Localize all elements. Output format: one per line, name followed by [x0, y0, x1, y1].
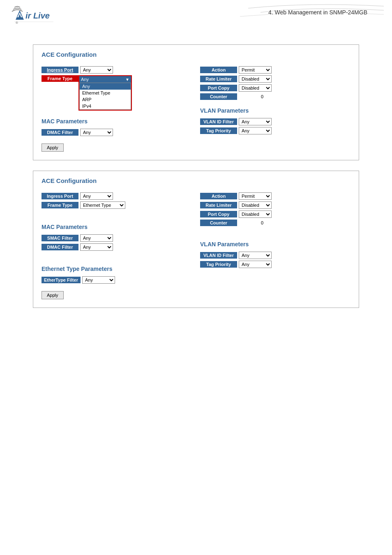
mac-parameters-header-2: MAC Parameters [42, 224, 192, 230]
ingress-port-select-2[interactable]: Any [80, 192, 113, 200]
port-copy-label-1: Port Copy [200, 85, 237, 91]
action-select-2[interactable]: Permit [239, 192, 272, 200]
rate-limiter-row-2: Rate Limiter Disabled [200, 201, 350, 209]
ethertype-filter-select[interactable]: Any [82, 276, 115, 284]
ace-config-right-1: Action Permit Rate Limiter Disabled Port… [200, 66, 350, 138]
apply-button-2[interactable]: Apply [42, 291, 64, 299]
frame-type-select-header[interactable]: Any ▼ [79, 76, 131, 83]
smac-filter-row: SMAC Filter Any [42, 234, 192, 242]
tag-priority-row-2: Tag Priority Any [200, 261, 350, 268]
ethertype-filter-row: EtherType Filter Any [42, 276, 192, 284]
tag-priority-select-2[interactable]: Any [239, 261, 272, 268]
ethernet-type-params-header: Ethernet Type Parameters [42, 266, 192, 272]
tag-priority-select-1[interactable]: Any [239, 127, 272, 134]
port-copy-row-1: Port Copy Disabled [200, 84, 350, 92]
page-header: ir Live ® 4. Web Management in SNMP-24MG… [0, 0, 392, 32]
airlive-logo-svg: ir Live ® [8, 4, 58, 27]
ace-config-box-2: ACE Configuration Ingress Port Any Frame… [33, 171, 359, 308]
ace-config-left-1: Ingress Port Any Frame Type Any ▼ [42, 66, 200, 138]
frame-type-select-2[interactable]: Ethernet Type Any ARP IPv4 [80, 201, 125, 209]
ace-config-content-1: Ingress Port Any Frame Type Any ▼ [42, 66, 350, 138]
ingress-port-row: Ingress Port Any [42, 66, 192, 74]
dmac-filter-row-1: DMAC Filter Any [42, 129, 192, 136]
frame-type-dropdown-open[interactable]: Any ▼ Any Ethernet Type ARP IPv4 [78, 75, 132, 111]
frame-type-dropdown-popup[interactable]: Any Ethernet Type ARP IPv4 [79, 83, 131, 110]
frame-type-row: Frame Type Any ▼ Any Ethernet Type ARP [42, 75, 192, 111]
dropdown-item-ethernet-type[interactable]: Ethernet Type [80, 90, 131, 96]
dropdown-item-arp[interactable]: ARP [80, 96, 131, 103]
rate-limiter-select-1[interactable]: Disabled [239, 75, 272, 83]
smac-filter-select[interactable]: Any [80, 234, 113, 242]
ace-config-title-1: ACE Configuration [42, 51, 350, 60]
vlan-parameters-header-2: VLAN Parameters [200, 241, 350, 247]
frame-type-row-2: Frame Type Ethernet Type Any ARP IPv4 [42, 201, 192, 209]
page-title: 4. Web Management in SNMP-24MGB [268, 9, 367, 16]
ace-config-content-2: Ingress Port Any Frame Type Ethernet Typ… [42, 192, 350, 285]
vlan-id-filter-row-1: VLAN ID Filter Any [200, 118, 350, 125]
apply-button-1[interactable]: Apply [42, 143, 64, 152]
counter-row-2: Counter 0 [200, 220, 350, 226]
rate-limiter-row-1: Rate Limiter Disabled [200, 75, 350, 83]
action-label-2: Action [200, 193, 237, 199]
counter-label-1: Counter [200, 93, 237, 100]
frame-type-selected-text: Any [81, 77, 125, 82]
action-row-2: Action Permit [200, 192, 350, 200]
counter-row-1: Counter 0 [200, 93, 350, 100]
vlan-id-filter-row-2: VLAN ID Filter Any [200, 252, 350, 259]
vlan-id-filter-label-2: VLAN ID Filter [200, 252, 237, 259]
logo: ir Live ® [8, 4, 66, 28]
dmac-filter-select-1[interactable]: Any [80, 129, 113, 136]
ingress-port-select[interactable]: Any [80, 66, 113, 74]
frame-type-label: Frame Type [42, 75, 78, 82]
vlan-id-filter-label-1: VLAN ID Filter [200, 118, 237, 125]
action-select-1[interactable]: Permit [239, 66, 272, 74]
port-copy-label-2: Port Copy [200, 211, 237, 217]
ace-config-box-1: ACE Configuration Ingress Port Any Frame… [33, 44, 359, 160]
counter-value-1: 0 [239, 94, 263, 99]
tag-priority-label-2: Tag Priority [200, 261, 237, 268]
ingress-port-label-2: Ingress Port [42, 193, 78, 199]
port-copy-select-2[interactable]: Disabled [239, 210, 272, 218]
action-row-1: Action Permit [200, 66, 350, 74]
smac-filter-label: SMAC Filter [42, 235, 78, 241]
dmac-filter-label-1: DMAC Filter [42, 129, 78, 136]
tag-priority-label-1: Tag Priority [200, 127, 237, 134]
tag-priority-row-1: Tag Priority Any [200, 127, 350, 134]
ace-config-right-2: Action Permit Rate Limiter Disabled Port… [200, 192, 350, 285]
frame-type-select-box[interactable]: Any ▼ Any Ethernet Type ARP IPv4 [78, 75, 132, 111]
rate-limiter-label-1: Rate Limiter [200, 76, 237, 82]
ingress-port-row-2: Ingress Port Any [42, 192, 192, 200]
counter-value-2: 0 [239, 220, 263, 225]
rate-limiter-label-2: Rate Limiter [200, 202, 237, 208]
frame-type-label-2: Frame Type [42, 202, 78, 208]
action-label-1: Action [200, 67, 237, 73]
ace-config-title-2: ACE Configuration [42, 177, 350, 186]
dmac-filter-label-2: DMAC Filter [42, 244, 78, 250]
svg-text:®: ® [16, 21, 18, 25]
mac-parameters-header-1: MAC Parameters [42, 118, 192, 125]
counter-label-2: Counter [200, 220, 237, 226]
chevron-down-icon: ▼ [125, 77, 129, 82]
dropdown-item-any[interactable]: Any [80, 83, 131, 90]
dmac-filter-select-2[interactable]: Any [80, 243, 113, 251]
svg-text:ir Live: ir Live [25, 11, 50, 20]
svg-marker-0 [16, 10, 24, 20]
dmac-filter-row-2: DMAC Filter Any [42, 243, 192, 251]
vlan-id-filter-select-2[interactable]: Any [239, 252, 272, 259]
port-copy-row-2: Port Copy Disabled [200, 210, 350, 218]
ethertype-filter-label: EtherType Filter [42, 277, 81, 283]
port-copy-select-1[interactable]: Disabled [239, 84, 272, 92]
dropdown-item-ipv4[interactable]: IPv4 [80, 103, 131, 109]
rate-limiter-select-2[interactable]: Disabled [239, 201, 272, 209]
main-content: ACE Configuration Ingress Port Any Frame… [0, 32, 392, 331]
ingress-port-label: Ingress Port [42, 67, 78, 73]
vlan-id-filter-select-1[interactable]: Any [239, 118, 272, 125]
ace-config-left-2: Ingress Port Any Frame Type Ethernet Typ… [42, 192, 200, 285]
vlan-parameters-header-1: VLAN Parameters [200, 107, 350, 114]
